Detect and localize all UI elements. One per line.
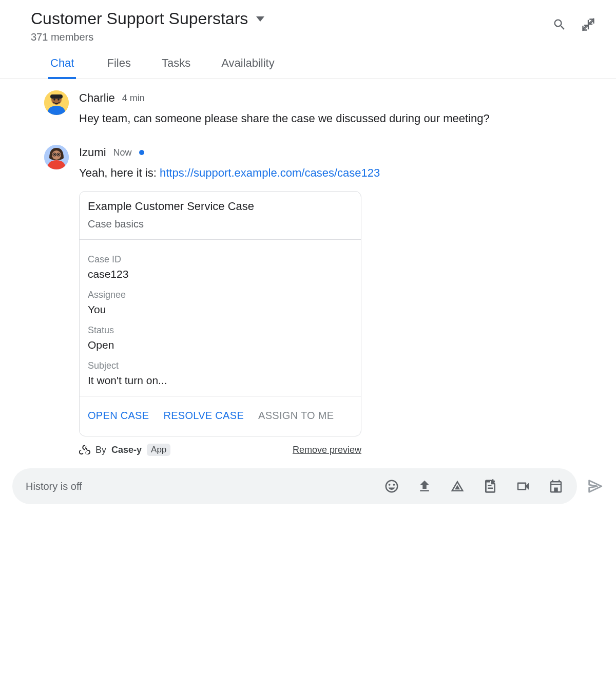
video-icon[interactable]	[515, 479, 531, 494]
message-text-prefix: Yeah, here it is:	[79, 166, 160, 179]
room-header: Customer Support Superstars 371 members	[0, 0, 616, 43]
app-name: Case-y	[111, 445, 142, 455]
message-header: Izumi Now	[79, 146, 585, 159]
collapse-icon[interactable]	[581, 17, 595, 32]
tab-chat[interactable]: Chat	[48, 56, 76, 79]
header-actions	[552, 9, 604, 32]
case-link[interactable]: https://support.example.com/cases/case12…	[160, 166, 380, 179]
tabs: Chat Files Tasks Availability	[0, 43, 616, 79]
message-item: Izumi Now Yeah, here it is: https://supp…	[44, 145, 585, 456]
card-field: Case ID case123	[88, 254, 353, 280]
create-doc-icon[interactable]	[483, 479, 498, 494]
field-value: You	[88, 303, 353, 316]
svg-rect-2	[50, 94, 63, 99]
resolve-case-button[interactable]: RESOLVE CASE	[163, 410, 244, 422]
card-field: Status Open	[88, 325, 353, 351]
message-item: Charlie 4 min Hey team, can someone plea…	[44, 90, 585, 127]
card-field: Subject It won't turn on...	[88, 360, 353, 387]
send-icon[interactable]	[586, 478, 604, 495]
card-attribution: By Case-y App	[79, 444, 170, 456]
presence-dot-icon	[139, 150, 144, 155]
card-fields: Case ID case123 Assignee You Status Open…	[80, 240, 361, 396]
room-title-row[interactable]: Customer Support Superstars	[31, 9, 552, 28]
svg-point-4	[57, 99, 60, 101]
message-body: Izumi Now Yeah, here it is: https://supp…	[79, 145, 585, 456]
message-text: Yeah, here it is: https://support.exampl…	[79, 164, 500, 182]
drive-icon[interactable]	[450, 479, 465, 494]
search-icon[interactable]	[552, 17, 567, 32]
field-value: It won't turn on...	[88, 374, 353, 387]
field-label: Status	[88, 325, 353, 336]
open-case-button[interactable]: OPEN CASE	[88, 410, 149, 422]
link-preview-card: Example Customer Service Case Case basic…	[79, 191, 361, 436]
emoji-icon[interactable]	[384, 479, 399, 494]
svg-point-3	[53, 99, 55, 101]
card-field: Assignee You	[88, 290, 353, 316]
field-label: Subject	[88, 360, 353, 371]
assign-to-me-button[interactable]: ASSIGN TO ME	[258, 410, 334, 422]
upload-icon[interactable]	[417, 479, 432, 494]
by-prefix: By	[95, 445, 106, 455]
card-subtitle: Case basics	[88, 218, 353, 230]
message-author: Izumi	[79, 146, 106, 159]
calendar-icon[interactable]	[548, 479, 564, 494]
field-label: Assignee	[88, 290, 353, 300]
svg-point-10	[58, 154, 60, 156]
svg-point-9	[54, 154, 55, 156]
field-value: case123	[88, 268, 353, 280]
tab-availability[interactable]: Availability	[221, 56, 275, 79]
message-list: Charlie 4 min Hey team, can someone plea…	[0, 79, 616, 468]
field-value: Open	[88, 339, 353, 351]
composer-placeholder[interactable]: History is off	[26, 481, 380, 492]
member-count: 371 members	[31, 31, 552, 43]
tab-files[interactable]: Files	[107, 56, 130, 79]
message-time: Now	[113, 147, 132, 158]
tab-tasks[interactable]: Tasks	[162, 56, 190, 79]
room-title: Customer Support Superstars	[31, 9, 248, 28]
card-title: Example Customer Service Case	[88, 200, 353, 213]
message-text: Hey team, can someone please share the c…	[79, 110, 500, 127]
card-footer: By Case-y App Remove preview	[79, 444, 361, 456]
message-body: Charlie 4 min Hey team, can someone plea…	[79, 90, 585, 127]
app-badge: App	[147, 444, 170, 456]
card-actions: OPEN CASE RESOLVE CASE ASSIGN TO ME	[80, 396, 361, 436]
card-header: Example Customer Service Case Case basic…	[80, 192, 361, 240]
webhook-icon	[79, 444, 90, 455]
chevron-down-icon[interactable]	[256, 16, 264, 22]
field-label: Case ID	[88, 254, 353, 265]
message-composer[interactable]: History is off	[12, 468, 577, 504]
avatar[interactable]	[44, 145, 69, 169]
composer-toolbar	[384, 479, 564, 494]
message-author: Charlie	[79, 91, 115, 105]
header-left: Customer Support Superstars 371 members	[31, 9, 552, 43]
remove-preview-link[interactable]: Remove preview	[293, 445, 361, 455]
message-time: 4 min	[122, 93, 145, 104]
composer-row: History is off	[0, 468, 616, 520]
message-header: Charlie 4 min	[79, 91, 585, 105]
avatar[interactable]	[44, 90, 69, 115]
